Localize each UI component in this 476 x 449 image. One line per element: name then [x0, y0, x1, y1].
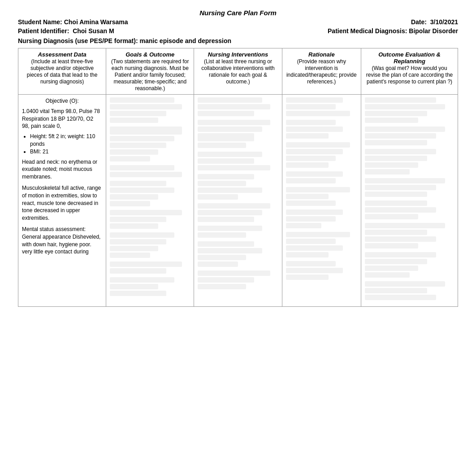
col-header-goals: Goals & Outcome (Two statements are requ… — [106, 48, 194, 95]
header-section: Student Name: Choi Amina Warsama Date: 3… — [18, 18, 458, 35]
rationale-blurred-6 — [286, 209, 358, 228]
care-plan-table: Assessment Data (Include at least three-… — [18, 48, 458, 307]
assessment-item-height: Height: 5ft 2 in; weight: 110 ponds — [30, 133, 102, 148]
assessment-list: Height: 5ft 2 in; weight: 110 ponds BMI:… — [30, 133, 102, 155]
outcome-blurred-8 — [365, 281, 454, 300]
interventions-blurred-7 — [198, 241, 278, 267]
patient-identifier: Patient Identifier: Choi Susan M — [18, 27, 114, 35]
head-neck-text: Head and neck: no erythema or exudate no… — [22, 158, 102, 181]
goals-blurred-8 — [110, 277, 190, 296]
rationale-blurred-2 — [286, 120, 358, 139]
rationale-blurred-8 — [286, 261, 358, 280]
col-header-assessment: Assessment Data (Include at least three-… — [18, 48, 106, 95]
table-header-row: Assessment Data (Include at least three-… — [18, 48, 458, 95]
goals-blurred-5 — [110, 210, 190, 229]
outcome-blurred-4 — [365, 178, 454, 197]
rationale-blurred-7 — [286, 232, 358, 257]
outcome-blurred-6 — [365, 223, 454, 248]
goals-blurred-1 — [110, 97, 190, 123]
medical-diagnosis: Patient Medical Diagnosis: Bipolar Disor… — [328, 27, 458, 35]
rationale-blurred-5 — [286, 187, 358, 206]
page-title: Nursing Care Plan Form — [18, 9, 458, 17]
interventions-blurred-4 — [198, 174, 278, 200]
assessment-cell: Objective (O): 1.0400 vital Temp 98.0, P… — [18, 95, 106, 307]
interventions-blurred-6 — [198, 226, 278, 238]
outcome-blurred-2 — [365, 126, 454, 145]
rationale-blurred-4 — [286, 171, 358, 183]
interventions-blurred-2 — [198, 120, 278, 148]
interventions-blurred-8 — [198, 270, 278, 289]
interventions-blurred-3 — [198, 152, 278, 170]
rationale-cell — [282, 95, 361, 307]
outcome-blurred-7 — [365, 252, 454, 278]
assessment-item-bmi: BMI: 21 — [30, 148, 102, 156]
interventions-blurred-1 — [198, 97, 278, 116]
col-header-interventions: Nursing Interventions (List at least thr… — [194, 48, 282, 95]
goals-blurred-3 — [110, 165, 190, 177]
outcome-blurred-3 — [365, 149, 454, 174]
header-row-1: Student Name: Choi Amina Warsama Date: 3… — [18, 18, 458, 26]
goals-cell — [106, 95, 194, 307]
interventions-blurred-5 — [198, 203, 278, 222]
outcome-blurred-5 — [365, 201, 454, 219]
goals-blurred-2 — [110, 126, 190, 161]
outcome-cell — [361, 95, 458, 307]
objective-label: Objective (O): — [22, 97, 102, 105]
col-header-rationale: Rationale (Provide reason why interventi… — [282, 48, 361, 95]
date-field: Date: 3/10/2021 — [411, 18, 458, 26]
mental-text: Mental status assessment: General appear… — [22, 226, 102, 256]
goals-blurred-7 — [110, 262, 190, 274]
col-header-outcome: Outcome Evaluation & Replanning (Was goa… — [361, 48, 458, 95]
vitals-text: 1.0400 vital Temp 98.0, Pulse 78 Respira… — [22, 108, 102, 130]
student-name: Student Name: Choi Amina Warsama — [18, 18, 128, 26]
nursing-diagnosis-row: Nursing Diagnosis (use PES/PE format): m… — [18, 37, 458, 44]
goals-blurred-6 — [110, 232, 190, 258]
header-row-2: Patient Identifier: Choi Susan M Patient… — [18, 27, 458, 35]
rationale-blurred-1 — [286, 97, 358, 116]
rationale-blurred-3 — [286, 142, 358, 168]
interventions-cell — [194, 95, 282, 307]
goals-blurred-4 — [110, 181, 190, 206]
musculo-text: Musculoskeletal full active, range of mo… — [22, 184, 102, 222]
table-row: Objective (O): 1.0400 vital Temp 98.0, P… — [18, 95, 458, 307]
outcome-blurred-1 — [365, 97, 454, 123]
